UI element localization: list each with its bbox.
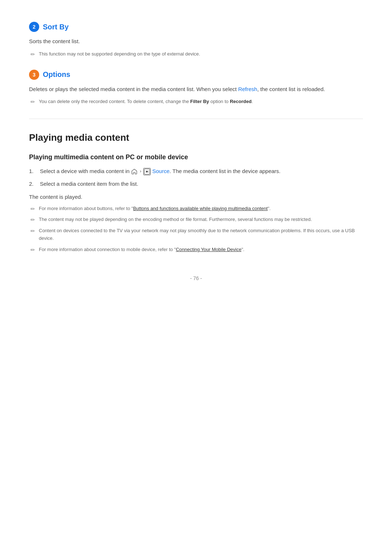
step-1: 1. Select a device with media content in… [29,167,363,176]
pencil-icon-sort: ✏ [30,51,35,58]
source-icon [143,168,151,175]
note-encoding: ✏ The content may not be played dependin… [29,216,363,223]
options-body: Deletes or plays the selected media cont… [29,85,363,94]
refresh-link[interactable]: Refresh [238,86,257,92]
filter-by-label: Filter By [190,99,209,104]
note-mobile: ✏ For more information about connection … [29,246,363,254]
options-title: Options [43,70,70,79]
sort-by-badge: 2 [29,22,39,32]
pencil-icon-note4: ✏ [30,247,35,253]
note-network-text: Content on devices connected to the TV v… [39,227,363,242]
options-header: 3 Options [29,70,363,80]
options-section: 3 Options Deletes or plays the selected … [29,70,363,106]
pencil-icon-note1: ✏ [30,206,35,212]
step-1-number: 1. [29,167,36,176]
playing-media-section: Playing media content Playing multimedia… [29,132,363,253]
source-link[interactable]: Source [152,168,170,174]
sort-by-header: 2 Sort By [29,22,363,32]
options-note: ✏ You can delete only the recorded conte… [29,98,363,106]
step-2-text: Select a media content item from the lis… [40,180,138,189]
options-note-text: You can delete only the recorded content… [39,98,253,106]
pencil-icon-options: ✏ [30,99,35,105]
sort-by-body: Sorts the content list. [29,37,363,46]
section-divider [29,119,363,119]
pencil-icon-note2: ✏ [30,217,35,223]
sort-by-note-text: This function may not be supported depen… [39,50,200,58]
buttons-link[interactable]: Buttons and functions available while pl… [133,206,268,211]
step-1-text: Select a device with media content in › … [40,167,281,176]
note-buttons: ✏ For more information about buttons, re… [29,205,363,213]
page-footer: - 76 - [29,275,363,281]
sort-by-section: 2 Sort By Sorts the content list. ✏ This… [29,22,363,58]
note-network: ✏ Content on devices connected to the TV… [29,227,363,242]
step-2: 2. Select a media content item from the … [29,180,363,189]
home-icon [131,168,138,175]
note-encoding-text: The content may not be played depending … [39,216,312,223]
content-played-label: The content is played. [29,194,363,200]
step-2-number: 2. [29,180,36,189]
pencil-icon-note3: ✏ [30,228,35,234]
playing-media-title: Playing media content [29,132,363,143]
chevron-icon-1: › [140,168,141,175]
playing-multimedia-subtitle: Playing multimedia content on PC or mobi… [29,153,363,161]
steps-list: 1. Select a device with media content in… [29,167,363,189]
note-buttons-text: For more information about buttons, refe… [39,205,271,213]
recorded-label: Recorded [230,99,252,104]
mobile-device-link[interactable]: Connecting Your Mobile Device [176,247,241,252]
note-mobile-text: For more information about connection to… [39,246,244,254]
sort-by-note: ✏ This function may not be supported dep… [29,50,363,58]
options-badge: 3 [29,70,39,80]
page-number: - 76 - [190,275,202,281]
sort-by-title: Sort By [43,23,69,31]
